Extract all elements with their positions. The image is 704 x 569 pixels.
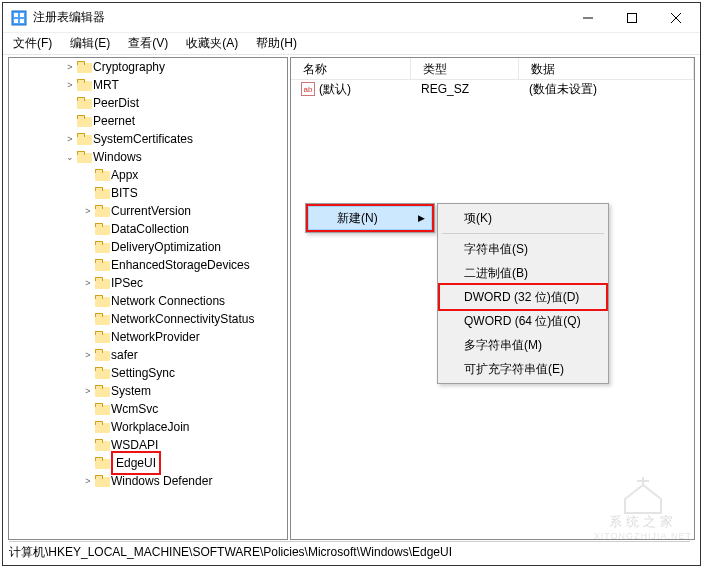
folder-icon (95, 223, 111, 236)
expand-icon[interactable]: > (63, 78, 77, 92)
tree-item[interactable]: EdgeUI (9, 454, 287, 472)
svg-rect-2 (20, 13, 24, 17)
folder-icon (77, 61, 93, 74)
menu-help[interactable]: 帮助(H) (252, 33, 301, 54)
expand-icon[interactable]: > (81, 384, 95, 398)
folder-icon (95, 241, 111, 254)
folder-icon (95, 421, 111, 434)
tree-item[interactable]: Network Connections (9, 292, 287, 310)
expand-icon[interactable]: > (63, 60, 77, 74)
no-expand (81, 330, 95, 344)
tree-item[interactable]: >MRT (9, 76, 287, 94)
string-value-icon: ab (301, 82, 315, 96)
tree-item-label: Network Connections (111, 292, 225, 310)
folder-icon (95, 259, 111, 272)
value-type: REG_SZ (411, 82, 519, 96)
close-button[interactable] (654, 4, 698, 32)
folder-icon (95, 385, 111, 398)
tree-item[interactable]: BITS (9, 184, 287, 202)
menu-favorites[interactable]: 收藏夹(A) (182, 33, 242, 54)
registry-tree[interactable]: >Cryptography>MRTPeerDistPeernet>SystemC… (9, 58, 287, 539)
expand-icon[interactable]: > (81, 276, 95, 290)
tree-item-label: WcmSvc (111, 400, 158, 418)
folder-icon (95, 277, 111, 290)
menu-new-key[interactable]: 项(K) (440, 206, 606, 230)
tree-item[interactable]: >Cryptography (9, 58, 287, 76)
tree-item[interactable]: WorkplaceJoin (9, 418, 287, 436)
header-name[interactable]: 名称 (291, 58, 411, 79)
menubar: 文件(F) 编辑(E) 查看(V) 收藏夹(A) 帮助(H) (3, 33, 700, 55)
tree-item-label: DeliveryOptimization (111, 238, 221, 256)
expand-icon[interactable]: > (81, 474, 95, 488)
tree-item[interactable]: >IPSec (9, 274, 287, 292)
tree-panel: >Cryptography>MRTPeerDistPeernet>SystemC… (8, 57, 288, 540)
tree-item[interactable]: >CurrentVersion (9, 202, 287, 220)
no-expand (81, 294, 95, 308)
svg-rect-1 (14, 13, 18, 17)
tree-item[interactable]: PeerDist (9, 94, 287, 112)
titlebar: 注册表编辑器 (3, 3, 700, 33)
tree-item[interactable]: WcmSvc (9, 400, 287, 418)
folder-icon (95, 313, 111, 326)
menu-new-multistring[interactable]: 多字符串值(M) (440, 333, 606, 357)
expand-icon[interactable]: > (63, 132, 77, 146)
no-expand (81, 438, 95, 452)
menu-file[interactable]: 文件(F) (9, 33, 56, 54)
maximize-button[interactable] (610, 4, 654, 32)
menu-new-binary[interactable]: 二进制值(B) (440, 261, 606, 285)
menu-view[interactable]: 查看(V) (124, 33, 172, 54)
tree-item[interactable]: ⌄Windows (9, 148, 287, 166)
folder-icon (95, 205, 111, 218)
tree-item-label: PeerDist (93, 94, 139, 112)
folder-icon (95, 187, 111, 200)
tree-item[interactable]: SettingSync (9, 364, 287, 382)
tree-item[interactable]: EnhancedStorageDevices (9, 256, 287, 274)
menu-new-label: 新建(N) (337, 210, 378, 227)
menu-new-qword[interactable]: QWORD (64 位)值(Q) (440, 309, 606, 333)
tree-item[interactable]: Appx (9, 166, 287, 184)
tree-item-label: IPSec (111, 274, 143, 292)
menu-edit[interactable]: 编辑(E) (66, 33, 114, 54)
no-expand (81, 222, 95, 236)
tree-item[interactable]: DataCollection (9, 220, 287, 238)
window-controls (566, 4, 698, 32)
tree-item-label: safer (111, 346, 138, 364)
tree-item-label: Cryptography (93, 58, 165, 76)
header-data[interactable]: 数据 (519, 58, 694, 79)
folder-icon (95, 349, 111, 362)
list-row[interactable]: ab(默认)REG_SZ(数值未设置) (291, 80, 694, 98)
svg-rect-6 (628, 13, 637, 22)
no-expand (81, 240, 95, 254)
submenu-arrow-icon: ▶ (418, 213, 425, 223)
header-type[interactable]: 类型 (411, 58, 519, 79)
statusbar: 计算机\HKEY_LOCAL_MACHINE\SOFTWARE\Policies… (9, 541, 690, 561)
tree-item[interactable]: >Windows Defender (9, 472, 287, 490)
value-name: (默认) (319, 81, 351, 98)
tree-item-label: NetworkProvider (111, 328, 200, 346)
tree-item[interactable]: >System (9, 382, 287, 400)
no-expand (63, 114, 77, 128)
tree-item[interactable]: >safer (9, 346, 287, 364)
tree-item-label: MRT (93, 76, 119, 94)
tree-item[interactable]: DeliveryOptimization (9, 238, 287, 256)
collapse-icon[interactable]: ⌄ (63, 150, 77, 164)
tree-item[interactable]: Peernet (9, 112, 287, 130)
menu-new-string[interactable]: 字符串值(S) (440, 237, 606, 261)
context-submenu-new: 项(K) 字符串值(S) 二进制值(B) DWORD (32 位)值(D) QW… (437, 203, 609, 384)
expand-icon[interactable]: > (81, 348, 95, 362)
menu-new[interactable]: 新建(N) ▶ (308, 206, 432, 230)
menu-new-expandstring[interactable]: 可扩充字符串值(E) (440, 357, 606, 381)
tree-item-label: Windows (93, 148, 142, 166)
minimize-button[interactable] (566, 4, 610, 32)
tree-item-label: NetworkConnectivityStatus (111, 310, 254, 328)
no-expand (81, 402, 95, 416)
folder-icon (95, 403, 111, 416)
tree-item[interactable]: NetworkProvider (9, 328, 287, 346)
expand-icon[interactable]: > (81, 204, 95, 218)
tree-item[interactable]: >SystemCertificates (9, 130, 287, 148)
no-expand (81, 420, 95, 434)
folder-icon (95, 331, 111, 344)
menu-new-dword[interactable]: DWORD (32 位)值(D) (440, 285, 606, 309)
tree-item[interactable]: NetworkConnectivityStatus (9, 310, 287, 328)
list-body[interactable]: ab(默认)REG_SZ(数值未设置) (291, 80, 694, 98)
